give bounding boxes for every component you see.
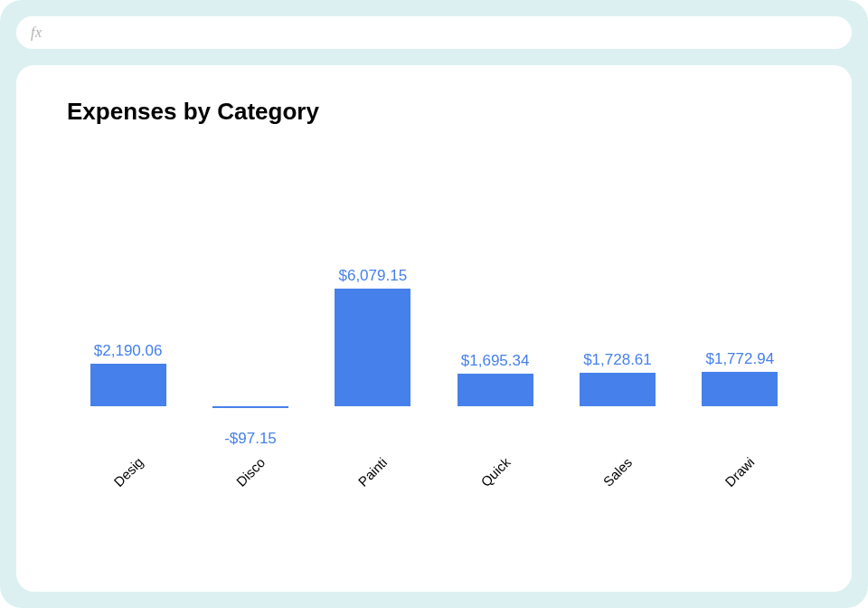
chart-panel: Expenses by Category $2,190.06Desig-$97.… <box>16 65 852 592</box>
bar-wrapper: $1,695.34Quick <box>458 135 533 424</box>
bar-value-label: $1,772.94 <box>681 350 798 368</box>
bar <box>580 373 656 406</box>
category-label: Sales <box>600 454 636 489</box>
category-label: Drawi <box>722 454 758 489</box>
bar-wrapper: $1,772.94Drawi <box>702 135 778 424</box>
bar <box>335 289 410 406</box>
formula-bar[interactable]: fx <box>16 16 852 49</box>
fx-icon: fx <box>31 24 42 41</box>
bar-wrapper: $2,190.06Desig <box>90 135 166 424</box>
bar-value-label: $6,079.15 <box>314 267 431 285</box>
bar <box>90 364 166 406</box>
bars-row: $2,190.06Desig-$97.15Disco$6,079.15Paint… <box>67 135 801 424</box>
bar-value-label: $2,190.06 <box>70 342 187 360</box>
bar-slot: -$97.15Disco <box>189 135 311 424</box>
bar-value-label: $1,695.34 <box>437 352 554 370</box>
bar-slot: $6,079.15Painti <box>312 135 434 424</box>
bar-wrapper: $1,728.61Sales <box>580 135 656 424</box>
bar-wrapper: -$97.15Disco <box>212 135 288 424</box>
category-label: Desig <box>110 454 146 489</box>
bar-value-label: $1,728.61 <box>559 351 676 369</box>
bar-slot: $2,190.06Desig <box>67 135 189 424</box>
category-label: Disco <box>233 454 269 489</box>
bar <box>702 372 778 406</box>
chart-title: Expenses by Category <box>67 98 801 126</box>
bar <box>458 374 533 406</box>
bar <box>212 406 288 408</box>
bar-slot: $1,728.61Sales <box>556 135 678 424</box>
bar-slot: $1,772.94Drawi <box>679 135 801 424</box>
chart-area: $2,190.06Desig-$97.15Disco$6,079.15Paint… <box>67 135 801 569</box>
bar-slot: $1,695.34Quick <box>434 135 556 424</box>
app-panel: fx Expenses by Category $2,190.06Desig-$… <box>0 0 868 608</box>
category-label: Quick <box>477 454 513 489</box>
category-label: Painti <box>355 454 391 489</box>
bar-wrapper: $6,079.15Painti <box>335 135 410 424</box>
bar-value-label: -$97.15 <box>192 430 309 448</box>
